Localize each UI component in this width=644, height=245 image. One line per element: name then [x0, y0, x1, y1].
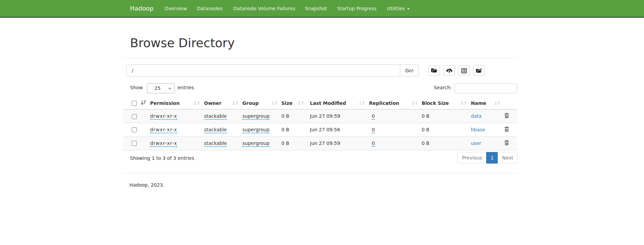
row-checkbox[interactable]: [132, 114, 137, 119]
directory-table: Permission↓↑ Owner↓↑ Group↓↑ Size↓↑ Last…: [123, 97, 517, 150]
nav-utilities[interactable]: Utilities: [387, 0, 410, 17]
trash-icon: [504, 127, 509, 132]
owner-cell[interactable]: stackable: [204, 140, 227, 147]
table-row: drwxr-xr-x stackable supergroup 0 B Jun …: [123, 136, 517, 150]
create-directory-button[interactable]: [428, 65, 440, 76]
group-cell[interactable]: supergroup: [242, 127, 270, 133]
pagination: Previous 1 Next: [458, 152, 518, 164]
col-block-size[interactable]: Block Size↓↑: [419, 97, 468, 109]
dir-link[interactable]: data: [471, 113, 482, 119]
col-last-modified[interactable]: Last Modified↓↑: [305, 97, 366, 109]
nav-startup-progress[interactable]: Startup Progress: [337, 0, 376, 17]
quota-list-button[interactable]: [458, 65, 470, 76]
size-cell: 0 B: [281, 127, 289, 132]
brand[interactable]: Hadoop: [130, 0, 153, 17]
replication-cell[interactable]: 0: [372, 113, 375, 120]
block-size-cell: 0 B: [422, 127, 429, 132]
dir-link[interactable]: hbase: [471, 127, 485, 132]
nav-datanodes[interactable]: Datanodes: [197, 0, 223, 17]
footer-divider: [123, 173, 517, 173]
block-size-cell: 0 B: [422, 113, 429, 119]
folder-open-icon: [431, 68, 437, 73]
trash-icon: [504, 140, 509, 145]
sort-icon: ↓↑: [297, 100, 304, 106]
sort-icon: ↓↑: [494, 100, 500, 106]
delete-button[interactable]: [504, 140, 509, 146]
sort-active-icon[interactable]: [141, 100, 146, 106]
sort-icon: ↓↑: [358, 100, 365, 106]
go-button[interactable]: Go!: [400, 64, 419, 76]
previous-button[interactable]: Previous: [458, 152, 486, 164]
table-header-row: Permission↓↑ Owner↓↑ Group↓↑ Size↓↑ Last…: [123, 97, 517, 109]
cloud-upload-icon: [446, 68, 453, 73]
entries-label: entries: [178, 82, 194, 93]
delete-button[interactable]: [504, 127, 509, 133]
last-modified-cell: Jun 27 09:59: [310, 113, 340, 119]
move-file-button[interactable]: [473, 65, 485, 76]
upload-files-button[interactable]: [443, 65, 455, 76]
page-length-select[interactable]: 25: [147, 83, 175, 93]
divider: [123, 58, 517, 58]
col-permission[interactable]: Permission↓↑: [147, 97, 201, 109]
table-row: drwxr-xr-x stackable supergroup 0 B Jun …: [123, 123, 517, 136]
permission-cell[interactable]: drwxr-xr-x: [150, 113, 177, 120]
row-checkbox[interactable]: [132, 127, 137, 132]
select-all-checkbox[interactable]: [132, 101, 137, 106]
page-title: Browse Directory: [130, 36, 235, 50]
nav-datanode-volume-failures[interactable]: Datanode Volume Failures: [233, 0, 295, 17]
replication-cell[interactable]: 0: [372, 140, 375, 147]
nav-overview[interactable]: Overview: [165, 0, 187, 17]
path-input[interactable]: [126, 64, 400, 76]
caret-down-icon: [407, 8, 410, 10]
last-modified-cell: Jun 27 09:59: [310, 140, 340, 146]
owner-cell[interactable]: stackable: [204, 127, 227, 133]
col-group[interactable]: Group↓↑: [240, 97, 279, 109]
permission-cell[interactable]: drwxr-xr-x: [150, 140, 177, 147]
col-actions: [502, 97, 517, 109]
show-label: Show: [130, 82, 143, 93]
nav-snapshot[interactable]: Snapshot: [305, 0, 327, 17]
last-modified-cell: Jun 27 09:56: [310, 127, 340, 132]
group-cell[interactable]: supergroup: [242, 113, 270, 120]
page-1-button[interactable]: 1: [486, 152, 498, 164]
sort-icon: ↓↑: [194, 100, 200, 106]
delete-button[interactable]: [504, 113, 509, 119]
row-checkbox[interactable]: [132, 141, 137, 146]
search-input[interactable]: [454, 83, 517, 93]
col-owner[interactable]: Owner↓↑: [201, 97, 240, 109]
footer-text: Hadoop, 2023.: [129, 182, 164, 188]
col-replication[interactable]: Replication↓↑: [366, 97, 419, 109]
size-cell: 0 B: [281, 113, 289, 119]
sort-icon: ↓↑: [232, 100, 238, 106]
col-size[interactable]: Size↓↑: [279, 97, 305, 109]
search-label: Search:: [434, 82, 452, 93]
sort-icon: ↓↑: [460, 100, 467, 106]
col-name[interactable]: Name↓↑: [468, 97, 502, 109]
sort-icon: ↓↑: [271, 100, 277, 106]
group-cell[interactable]: supergroup: [242, 140, 270, 147]
replication-cell[interactable]: 0: [372, 127, 375, 133]
chevron-down-icon: [168, 88, 171, 90]
permission-cell[interactable]: drwxr-xr-x: [150, 127, 177, 133]
next-button[interactable]: Next: [498, 152, 518, 164]
folder-move-icon: [476, 68, 482, 73]
navbar: Hadoop Overview Datanodes Datanode Volum…: [0, 0, 644, 18]
sort-icon: ↓↑: [411, 100, 418, 106]
dir-link[interactable]: user: [471, 140, 481, 146]
block-size-cell: 0 B: [422, 140, 429, 146]
table-row: drwxr-xr-x stackable supergroup 0 B Jun …: [123, 109, 517, 123]
size-cell: 0 B: [281, 140, 289, 146]
list-alt-icon: [461, 68, 467, 73]
owner-cell[interactable]: stackable: [204, 113, 227, 120]
table-info: Showing 1 to 3 of 3 entries: [130, 155, 194, 161]
trash-icon: [504, 113, 509, 118]
